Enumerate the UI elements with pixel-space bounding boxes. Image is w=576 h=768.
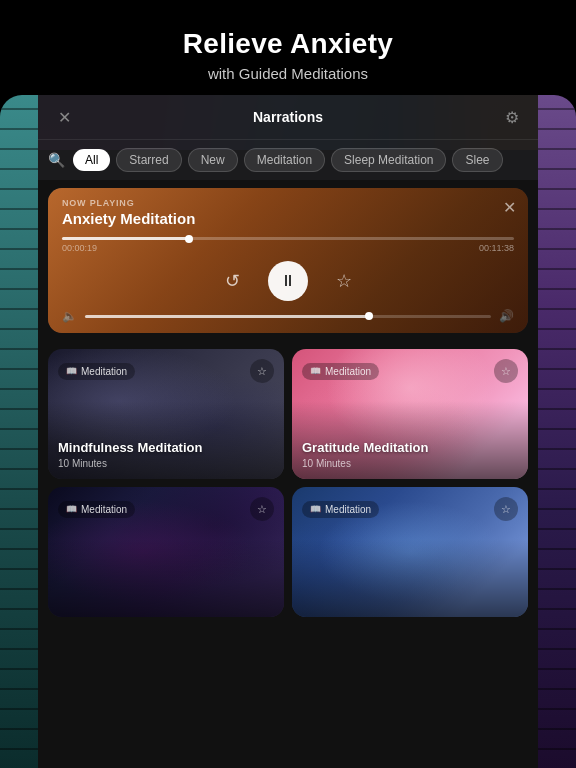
progress-bar-track[interactable] bbox=[62, 237, 514, 240]
book-icon-blue1: 📖 bbox=[310, 504, 321, 514]
star-icon-blue1: ☆ bbox=[501, 503, 511, 516]
card-header: 📖 Meditation ☆ bbox=[58, 359, 274, 383]
settings-button[interactable]: ⚙ bbox=[500, 105, 524, 129]
tab-sleep-meditation[interactable]: Sleep Meditation bbox=[331, 148, 446, 172]
track-title: Anxiety Meditation bbox=[62, 210, 514, 227]
device-screen: ✕ Narrations ⚙ 🔍 All Starred New Meditat… bbox=[38, 95, 538, 768]
book-icon: 📖 bbox=[66, 366, 77, 376]
progress-bar-fill bbox=[62, 237, 189, 240]
card-header-gratitude: 📖 Meditation ☆ bbox=[302, 359, 518, 383]
time-total: 00:11:38 bbox=[479, 243, 514, 253]
card-dark1[interactable]: 📖 Meditation ☆ bbox=[48, 487, 284, 617]
cat-label-gratitude: Meditation bbox=[325, 366, 371, 377]
sub-title: with Guided Meditations bbox=[0, 65, 576, 82]
star-button-dark1[interactable]: ☆ bbox=[250, 497, 274, 521]
star-icon: ☆ bbox=[257, 365, 267, 378]
star-button[interactable]: ☆ bbox=[336, 270, 352, 292]
time-current: 00:00:19 bbox=[62, 243, 97, 253]
card-mindfulness[interactable]: 📖 Meditation ☆ Mindfulness Meditation 10… bbox=[48, 349, 284, 479]
star-button-gratitude[interactable]: ☆ bbox=[494, 359, 518, 383]
tab-meditation[interactable]: Meditation bbox=[244, 148, 325, 172]
star-icon-gratitude: ☆ bbox=[501, 365, 511, 378]
volume-row: 🔈 🔊 bbox=[62, 309, 514, 323]
tab-new[interactable]: New bbox=[188, 148, 238, 172]
card-category-mindfulness: 📖 Meditation bbox=[58, 363, 135, 380]
star-icon-dark1: ☆ bbox=[257, 503, 267, 516]
left-strip bbox=[0, 95, 38, 768]
card-duration-gratitude: 10 Minutes bbox=[302, 458, 518, 469]
card-overlay-dark1 bbox=[48, 539, 284, 617]
star-button-mindfulness[interactable]: ☆ bbox=[250, 359, 274, 383]
cat-label-dark1: Meditation bbox=[81, 504, 127, 515]
main-title: Relieve Anxiety bbox=[0, 28, 576, 60]
card-header-dark1: 📖 Meditation ☆ bbox=[58, 497, 274, 521]
volume-dot bbox=[365, 312, 373, 320]
right-strip bbox=[538, 95, 576, 768]
card-blue1[interactable]: 📖 Meditation ☆ bbox=[292, 487, 528, 617]
now-playing-content: NOW PLAYING Anxiety Meditation 00:00:19 … bbox=[62, 198, 514, 323]
book-icon-gratitude: 📖 bbox=[310, 366, 321, 376]
card-overlay-blue1 bbox=[292, 539, 528, 617]
star-button-blue1[interactable]: ☆ bbox=[494, 497, 518, 521]
card-category-blue1: 📖 Meditation bbox=[302, 501, 379, 518]
volume-fill bbox=[85, 315, 369, 318]
card-duration-mindfulness: 10 Minutes bbox=[58, 458, 274, 469]
volume-low-icon: 🔈 bbox=[62, 309, 77, 323]
narrations-bar: ✕ Narrations ⚙ bbox=[38, 95, 538, 140]
close-button[interactable]: ✕ bbox=[52, 105, 76, 129]
narrations-title: Narrations bbox=[253, 109, 323, 125]
tab-slee[interactable]: Slee bbox=[452, 148, 502, 172]
progress-section: 00:00:19 00:11:38 bbox=[62, 237, 514, 253]
cards-grid: 📖 Meditation ☆ Mindfulness Meditation 10… bbox=[38, 341, 538, 625]
search-icon[interactable]: 🔍 bbox=[48, 152, 65, 168]
filter-tabs: 🔍 All Starred New Meditation Sleep Medit… bbox=[38, 140, 538, 180]
card-header-blue1: 📖 Meditation ☆ bbox=[302, 497, 518, 521]
cat-label-mindfulness: Meditation bbox=[81, 366, 127, 377]
now-playing-card: ✕ NOW PLAYING Anxiety Meditation 00:00:1… bbox=[48, 188, 528, 333]
rewind-button[interactable]: ↺ bbox=[225, 270, 240, 292]
now-playing-close-button[interactable]: ✕ bbox=[503, 198, 516, 217]
playback-controls: ↺ ⏸ ☆ bbox=[62, 261, 514, 301]
volume-track[interactable] bbox=[85, 315, 491, 318]
card-title-mindfulness: Mindfulness Meditation bbox=[58, 440, 274, 456]
time-labels: 00:00:19 00:11:38 bbox=[62, 243, 514, 253]
card-footer-mindfulness: Mindfulness Meditation 10 Minutes bbox=[58, 440, 274, 469]
volume-high-icon: 🔊 bbox=[499, 309, 514, 323]
card-category-gratitude: 📖 Meditation bbox=[302, 363, 379, 380]
card-gratitude[interactable]: 📖 Meditation ☆ Gratitude Meditation 10 M… bbox=[292, 349, 528, 479]
card-footer-gratitude: Gratitude Meditation 10 Minutes bbox=[302, 440, 518, 469]
progress-dot bbox=[185, 235, 193, 243]
card-title-gratitude: Gratitude Meditation bbox=[302, 440, 518, 456]
pause-icon: ⏸ bbox=[280, 272, 296, 290]
card-category-dark1: 📖 Meditation bbox=[58, 501, 135, 518]
book-icon-dark1: 📖 bbox=[66, 504, 77, 514]
tab-all[interactable]: All bbox=[73, 149, 110, 171]
top-section: Relieve Anxiety with Guided Meditations bbox=[0, 0, 576, 100]
cat-label-blue1: Meditation bbox=[325, 504, 371, 515]
now-playing-label: NOW PLAYING bbox=[62, 198, 514, 208]
tab-starred[interactable]: Starred bbox=[116, 148, 181, 172]
pause-button[interactable]: ⏸ bbox=[268, 261, 308, 301]
